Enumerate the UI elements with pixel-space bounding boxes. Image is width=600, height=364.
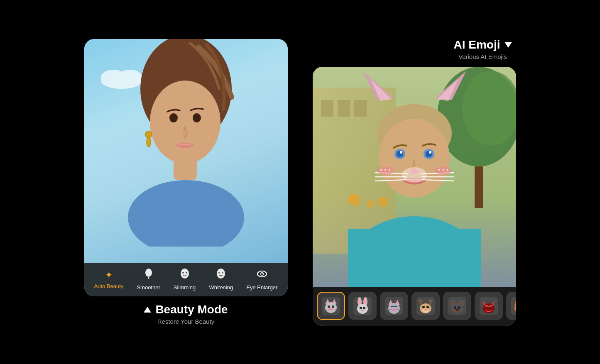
svg-point-10 <box>147 137 151 147</box>
tool-slimming[interactable]: Slimming <box>174 268 196 291</box>
svg-point-36 <box>397 151 403 157</box>
emoji-bar <box>313 287 516 326</box>
bear-emoji-icon <box>448 297 466 315</box>
smoother-label: Smoother <box>137 284 160 291</box>
svg-point-87 <box>392 309 396 311</box>
svg-point-17 <box>222 272 223 274</box>
svg-point-4 <box>150 81 220 164</box>
auto-beauty-label: Auto Beauty <box>94 283 124 289</box>
ai-emoji-header: AI Emoji Various AI Emojis <box>453 38 512 60</box>
person-silhouette <box>124 39 248 247</box>
svg-point-80 <box>360 307 362 309</box>
svg-point-12 <box>181 269 189 278</box>
svg-point-6 <box>128 180 244 247</box>
slimming-icon <box>179 268 190 282</box>
dropdown-icon[interactable] <box>504 42 512 48</box>
svg-rect-26 <box>354 100 367 117</box>
svg-point-69 <box>329 308 333 310</box>
svg-rect-25 <box>338 100 350 117</box>
auto-beauty-icon: ✦ <box>105 270 113 281</box>
svg-rect-24 <box>321 100 333 117</box>
tool-eye-enlarger[interactable]: Eye Enlarger <box>246 268 277 291</box>
fox-emoji-icon <box>511 297 516 315</box>
svg-point-31 <box>367 200 375 208</box>
svg-point-105 <box>456 308 459 311</box>
devil-emoji-icon <box>480 297 498 315</box>
beauty-toolbar: ✦ Auto Beauty Smoother Slimming Whiteni <box>84 263 288 296</box>
svg-point-103 <box>454 306 456 309</box>
beauty-card: ✦ Auto Beauty Smoother Slimming Whiteni <box>84 39 288 296</box>
tool-whitening[interactable]: Whitening <box>209 268 233 291</box>
cat-emoji-icon <box>322 297 340 315</box>
svg-point-21 <box>262 273 263 274</box>
svg-point-13 <box>182 272 184 274</box>
emoji-thumb-cat2[interactable] <box>380 292 408 320</box>
beauty-mode-text: Beauty Mode <box>155 303 228 316</box>
svg-point-60 <box>402 167 427 182</box>
cat2-emoji-icon <box>385 297 403 315</box>
svg-point-34 <box>379 119 450 198</box>
smoother-icon <box>143 268 154 282</box>
svg-rect-29 <box>475 166 483 208</box>
svg-point-30 <box>348 194 360 205</box>
ai-emoji-subtitle: Various AI Emojis <box>453 53 512 60</box>
svg-point-55 <box>384 169 386 171</box>
beauty-mode-subtitle: Restore Your Beauty <box>144 318 228 325</box>
beauty-mode-title: Beauty Mode <box>144 303 228 316</box>
svg-point-39 <box>400 151 402 154</box>
deer-emoji-icon <box>416 297 435 315</box>
svg-point-81 <box>363 307 365 309</box>
svg-point-54 <box>380 169 382 171</box>
svg-point-58 <box>443 169 444 171</box>
svg-point-7 <box>169 113 178 122</box>
beauty-mode-info: Beauty Mode Restore Your Beauty <box>144 303 228 325</box>
svg-point-32 <box>378 197 388 207</box>
svg-point-38 <box>426 151 432 157</box>
svg-rect-62 <box>348 229 481 287</box>
svg-point-68 <box>332 305 334 308</box>
svg-point-66 <box>325 302 337 313</box>
tool-smoother[interactable]: Smoother <box>137 268 160 291</box>
svg-point-16 <box>218 272 220 274</box>
svg-point-57 <box>438 169 440 171</box>
svg-point-59 <box>447 169 448 171</box>
svg-point-94 <box>426 306 429 308</box>
whitening-label: Whitening <box>209 284 233 291</box>
svg-point-8 <box>193 113 201 122</box>
svg-point-11 <box>145 269 152 277</box>
whitening-icon <box>216 268 226 282</box>
tool-auto-beauty[interactable]: ✦ Auto Beauty <box>94 270 124 289</box>
ai-emoji-title: AI Emoji <box>453 38 512 51</box>
emoji-thumb-bear[interactable] <box>443 292 471 320</box>
svg-point-15 <box>217 269 225 278</box>
ai-emoji-text: AI Emoji <box>453 38 500 51</box>
slimming-label: Slimming <box>174 284 196 291</box>
svg-point-14 <box>186 272 187 274</box>
svg-point-67 <box>328 305 330 308</box>
emoji-thumb-devil[interactable] <box>475 292 503 320</box>
emoji-thumb-cat[interactable] <box>317 292 345 320</box>
left-panel: ✦ Auto Beauty Smoother Slimming Whiteni <box>84 39 288 325</box>
emoji-card <box>313 67 516 326</box>
svg-point-93 <box>422 306 425 308</box>
svg-point-95 <box>424 309 427 310</box>
svg-rect-5 <box>174 155 197 180</box>
svg-point-104 <box>458 306 460 309</box>
svg-point-40 <box>429 151 431 154</box>
beauty-photo <box>84 39 288 296</box>
emoji-thumb-deer[interactable] <box>411 292 440 320</box>
emoji-photo-svg <box>313 67 516 287</box>
svg-point-82 <box>361 310 364 311</box>
bunny-emoji-icon <box>353 297 372 315</box>
emoji-thumb-bunny[interactable] <box>348 292 377 320</box>
eye-enlarger-label: Eye Enlarger <box>246 284 277 291</box>
eye-enlarger-icon <box>257 268 267 282</box>
svg-point-86 <box>388 303 400 314</box>
expand-icon[interactable] <box>144 307 151 313</box>
emoji-thumb-fox[interactable] <box>506 292 516 320</box>
right-panel: AI Emoji Various AI Emojis <box>313 38 516 326</box>
emoji-photo <box>313 67 516 287</box>
svg-point-79 <box>357 304 368 314</box>
svg-point-56 <box>389 169 390 171</box>
